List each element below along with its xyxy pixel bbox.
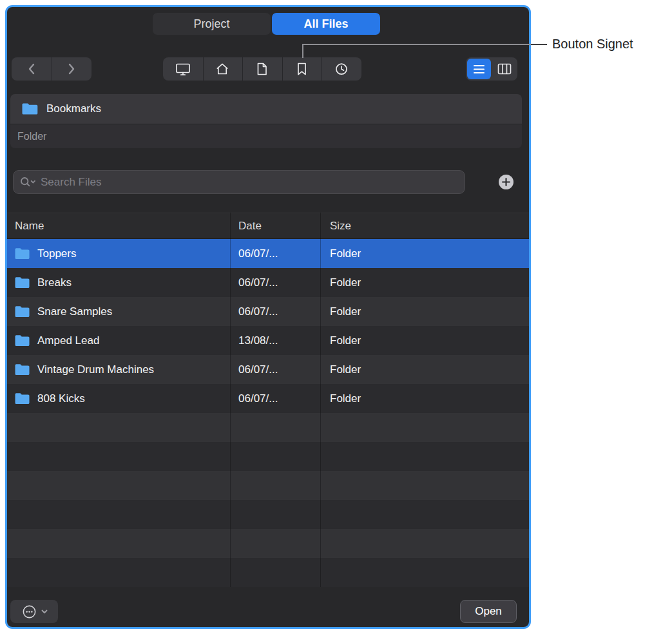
selection-title: Bookmarks [46,102,101,115]
recents-clock-icon [334,62,349,76]
column-header-date[interactable]: Date [230,213,320,238]
file-name-cell: 808 Kicks [7,384,230,413]
callout-line-horizontal [302,44,531,45]
file-date: 06/07/... [230,297,320,326]
home-icon [215,62,229,76]
callout-line-vertical [302,44,303,58]
documents-button[interactable] [242,57,282,81]
folder-icon [14,363,30,376]
recents-button[interactable] [322,57,361,81]
file-date: 06/07/... [230,355,320,384]
file-name: Amped Lead [37,334,99,347]
file-name: Vintage Drum Machines [37,363,154,376]
view-mode-toggle [466,57,517,81]
empty-row [7,442,529,471]
bookmark-icon [296,62,307,76]
file-size: Folder [320,268,529,297]
folder-icon [14,392,30,405]
selection-info-top: Bookmarks [10,94,522,124]
table-row[interactable]: Toppers06/07/...Folder [7,239,529,268]
file-name-cell: Vintage Drum Machines [7,355,230,384]
forward-button[interactable] [52,57,91,81]
add-button[interactable] [497,173,515,191]
file-name: Snare Samples [37,305,112,318]
computer-button[interactable] [163,57,203,81]
table-body: Toppers06/07/...FolderBreaks06/07/...Fol… [7,239,529,587]
file-size: Folder [320,384,529,413]
file-name: Breaks [37,276,72,289]
folder-icon [14,334,30,347]
empty-row [7,471,529,500]
selection-subtitle: Folder [17,131,46,142]
folder-icon [21,102,39,115]
search-input[interactable] [41,176,458,189]
open-button[interactable]: Open [460,600,517,623]
folder-icon [14,276,30,289]
nav-buttons [12,57,91,81]
table-row[interactable]: Breaks06/07/...Folder [7,268,529,297]
folder-icon [14,305,30,318]
empty-row [7,558,529,587]
document-icon [256,62,268,76]
file-name-cell: Toppers [7,239,230,268]
folder-icon [14,247,30,260]
chevron-right-icon [68,62,75,75]
file-name: 808 Kicks [37,392,85,405]
empty-row [7,413,529,442]
file-date: 06/07/... [230,268,320,297]
location-buttons [163,57,361,81]
search-magnifier-icon [20,177,36,187]
file-browser-window: Project All Files [5,5,531,629]
selection-info-bottom: Folder [10,124,522,148]
table-row[interactable]: Snare Samples06/07/...Folder [7,297,529,326]
file-size: Folder [320,355,529,384]
home-button[interactable] [203,57,243,81]
file-name-cell: Breaks [7,268,230,297]
table-row[interactable]: 808 Kicks06/07/...Folder [7,384,529,413]
empty-row [7,529,529,558]
file-date: 06/07/... [230,384,320,413]
search-field[interactable] [13,170,465,194]
file-name-cell: Snare Samples [7,297,230,326]
file-size: Folder [320,326,529,355]
column-header-size[interactable]: Size [320,213,529,238]
file-size: Folder [320,239,529,268]
callout-label: Bouton Signet [552,37,633,52]
add-circle-icon [497,173,515,191]
chevron-down-icon [41,610,48,614]
list-view-button[interactable] [467,59,491,79]
file-size: Folder [320,297,529,326]
column-header-name[interactable]: Name [7,213,230,238]
table-row[interactable]: Amped Lead13/08/...Folder [7,326,529,355]
file-table: Name Date Size Toppers06/07/...FolderBre… [7,213,529,587]
list-view-icon [473,64,485,74]
computer-icon [175,62,191,77]
chevron-left-icon [28,62,35,75]
back-button[interactable] [12,57,52,81]
column-view-button[interactable] [492,59,516,79]
action-menu-button[interactable] [10,600,58,623]
table-header: Name Date Size [7,213,529,239]
file-name-cell: Amped Lead [7,326,230,355]
tab-project[interactable]: Project [153,13,271,35]
bookmarks-button[interactable] [282,57,322,81]
file-date: 13/08/... [230,326,320,355]
ellipsis-circle-icon [21,604,37,620]
callout-line-horizontal [531,44,547,45]
empty-row [7,500,529,529]
column-view-icon [497,63,512,75]
file-date: 06/07/... [230,239,320,268]
table-row[interactable]: Vintage Drum Machines06/07/...Folder [7,355,529,384]
selection-info: Bookmarks Folder [10,94,522,148]
tab-all-files[interactable]: All Files [272,13,380,35]
file-name: Toppers [37,247,76,260]
